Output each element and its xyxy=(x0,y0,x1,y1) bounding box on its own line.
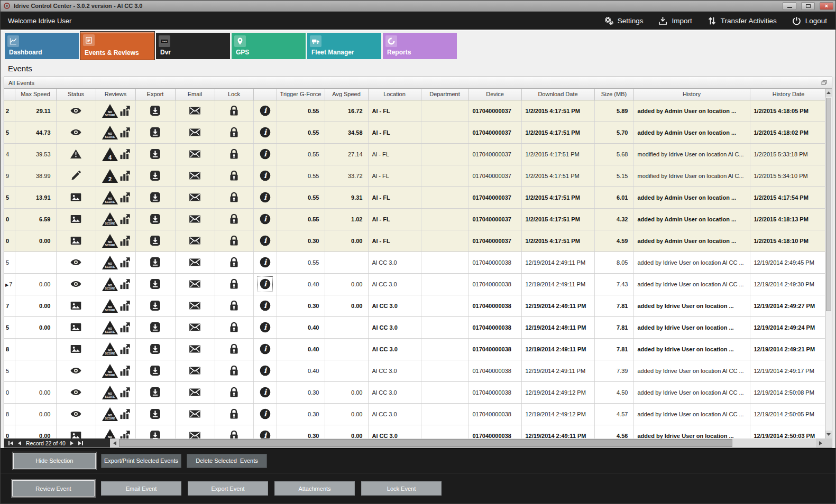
reviews-cell[interactable]: NOSCORE xyxy=(96,403,135,425)
email-cell[interactable] xyxy=(175,143,215,165)
reviews-cell[interactable]: NOSCORE xyxy=(96,208,135,230)
col-header-history[interactable]: History xyxy=(633,89,750,100)
info-cell[interactable] xyxy=(253,338,277,360)
lock-event-button[interactable]: Lock Event xyxy=(361,481,442,496)
col-header-status[interactable]: Status xyxy=(56,89,96,100)
col-header-avg-speed[interactable]: Avg Speed xyxy=(325,89,368,100)
info-cell[interactable] xyxy=(253,122,277,143)
col-header-department[interactable]: Department xyxy=(421,89,468,100)
export-print-selected-events-button[interactable]: Export/Print Selected Events xyxy=(101,454,181,468)
email-cell[interactable] xyxy=(175,273,215,295)
export-cell[interactable] xyxy=(135,122,175,143)
email-cell[interactable] xyxy=(175,251,215,273)
col-header-trigger-g-force[interactable]: Trigger G-Force xyxy=(277,89,325,100)
lock-cell[interactable] xyxy=(215,230,253,251)
event-row[interactable]: 00.00NOSCORE0.300.00Al CC 3.001704000003… xyxy=(4,381,825,403)
reviews-cell[interactable]: NOSCORE xyxy=(96,360,135,381)
lock-cell[interactable] xyxy=(215,143,253,165)
email-cell[interactable] xyxy=(175,122,215,143)
tab-events-reviews[interactable]: Events & Reviews xyxy=(80,32,154,60)
tab-dvr[interactable]: Dvr xyxy=(156,33,230,59)
lock-cell[interactable] xyxy=(215,360,253,381)
email-cell[interactable] xyxy=(175,230,215,251)
close-button[interactable]: × xyxy=(820,2,833,10)
info-cell[interactable] xyxy=(253,165,277,186)
reviews-cell[interactable]: NOSCORE xyxy=(96,230,135,251)
lock-cell[interactable] xyxy=(215,273,253,295)
info-cell[interactable] xyxy=(253,425,277,438)
menu-action-transfer-activities[interactable]: Transfer Activities xyxy=(707,16,777,26)
email-cell[interactable] xyxy=(175,360,215,381)
info-cell[interactable] xyxy=(253,316,277,338)
email-cell[interactable] xyxy=(175,186,215,208)
lock-cell[interactable] xyxy=(215,186,253,208)
reviews-cell[interactable]: NOSCORE xyxy=(96,295,135,316)
reviews-cell[interactable]: 4 xyxy=(96,143,135,165)
hide-selection-button[interactable]: Hide Selection xyxy=(13,453,96,469)
info-cell[interactable] xyxy=(253,295,277,316)
email-cell[interactable] xyxy=(175,403,215,425)
export-cell[interactable] xyxy=(135,273,175,295)
info-cell[interactable] xyxy=(253,100,277,122)
info-cell[interactable] xyxy=(253,208,277,230)
minimize-button[interactable] xyxy=(783,2,796,10)
last-record-button[interactable] xyxy=(78,441,83,445)
vertical-scrollbar-thumb[interactable] xyxy=(826,98,831,311)
export-cell[interactable] xyxy=(135,186,175,208)
review-event-button[interactable]: Review Event xyxy=(12,480,95,497)
event-row[interactable]: 513.91NOSCORE0.559.31Al - FL017040000037… xyxy=(4,186,825,208)
vertical-scrollbar[interactable] xyxy=(825,89,832,438)
event-row[interactable]: 06.59NOSCORE0.551.02Al - FL0170400000371… xyxy=(4,208,825,230)
prev-record-button[interactable] xyxy=(18,441,21,445)
export-cell[interactable] xyxy=(135,230,175,251)
vertical-scrollbar-track[interactable] xyxy=(825,97,832,431)
first-record-button[interactable] xyxy=(8,441,13,445)
email-cell[interactable] xyxy=(175,425,215,438)
col-header-export[interactable]: Export xyxy=(135,89,175,100)
scroll-right-button[interactable] xyxy=(816,438,825,447)
col-header-blank[interactable] xyxy=(4,89,15,100)
export-cell[interactable] xyxy=(135,403,175,425)
lock-cell[interactable] xyxy=(215,403,253,425)
horizontal-scrollbar-track[interactable] xyxy=(119,438,816,447)
export-event-button[interactable]: Export Event xyxy=(188,481,268,496)
event-row[interactable]: 8NOSCORE0.40Al CC 3.001704000003812/19/2… xyxy=(4,338,825,360)
email-cell[interactable] xyxy=(175,100,215,122)
menu-action-import[interactable]: Import xyxy=(658,16,692,26)
reviews-cell[interactable]: NOSCORE xyxy=(96,425,135,438)
horizontal-scrollbar[interactable] xyxy=(110,438,825,447)
email-cell[interactable] xyxy=(175,381,215,403)
lock-cell[interactable] xyxy=(215,295,253,316)
event-row[interactable]: 5NOSCORE0.55Al CC 3.001704000003812/19/2… xyxy=(4,251,825,273)
col-header-max-speed[interactable]: Max Speed xyxy=(15,89,56,100)
col-header-reviews[interactable]: Reviews xyxy=(96,89,135,100)
event-row[interactable]: 50.00NOSCORE0.40Al CC 3.001704000003812/… xyxy=(4,316,825,338)
event-row[interactable]: 80.00NOSCORE0.300.00Al CC 3.001704000003… xyxy=(4,403,825,425)
col-header-download-date[interactable]: Download Date xyxy=(521,89,594,100)
tab-reports[interactable]: Reports xyxy=(383,33,457,59)
event-row[interactable]: 439.5340.5527.14Al - FL0170400000371/2/2… xyxy=(4,143,825,165)
reviews-cell[interactable]: NOSCORE xyxy=(96,273,135,295)
export-cell[interactable] xyxy=(135,295,175,316)
reviews-cell[interactable]: NOSCORE xyxy=(96,338,135,360)
delete-selected-events-button[interactable]: Delete Selected Events xyxy=(187,454,267,468)
reviews-cell[interactable]: NOSCORE xyxy=(96,186,135,208)
col-header-device[interactable]: Device xyxy=(468,89,521,100)
maximize-button[interactable] xyxy=(801,2,815,10)
col-header-blank[interactable] xyxy=(253,89,277,100)
email-cell[interactable] xyxy=(175,165,215,186)
export-cell[interactable] xyxy=(135,208,175,230)
email-cell[interactable] xyxy=(175,316,215,338)
event-row[interactable]: 5NOSCORE0.40Al CC 3.001704000003812/19/2… xyxy=(4,360,825,381)
event-row[interactable]: 70.00NOSCORE0.300.00Al CC 3.001704000003… xyxy=(4,295,825,316)
reviews-cell[interactable]: NOSCORE xyxy=(96,316,135,338)
export-cell[interactable] xyxy=(135,143,175,165)
lock-cell[interactable] xyxy=(215,208,253,230)
info-cell[interactable] xyxy=(253,403,277,425)
info-cell[interactable] xyxy=(253,230,277,251)
event-row[interactable]: 00.00NOSCORE0.300.00Al CC 3.001704000003… xyxy=(4,425,825,438)
reviews-cell[interactable]: NOSCORE xyxy=(96,381,135,403)
export-cell[interactable] xyxy=(135,251,175,273)
col-header-email[interactable]: Email xyxy=(175,89,215,100)
email-cell[interactable] xyxy=(175,208,215,230)
